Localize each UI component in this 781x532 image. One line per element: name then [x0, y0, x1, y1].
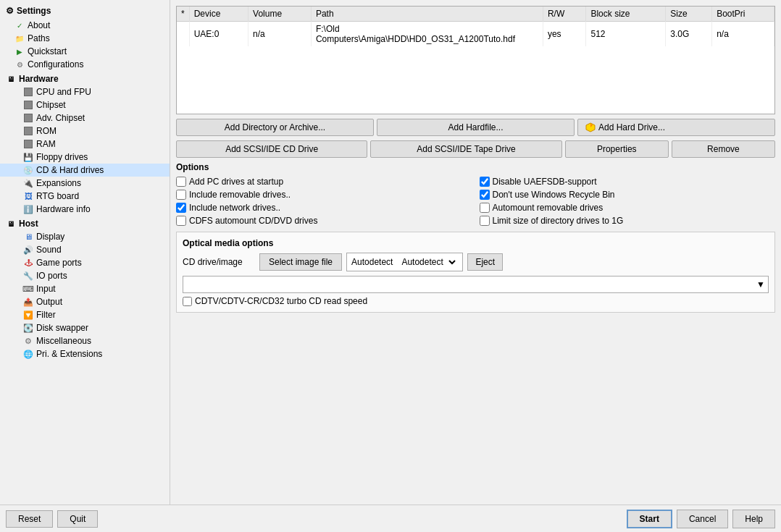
sidebar-item-label-quickstart: Quickstart [28, 46, 67, 56]
checkbox-add-pc-drives[interactable] [176, 177, 186, 187]
sidebar-item-expansions[interactable]: 🔌Expansions [0, 177, 170, 190]
add-directory-btn[interactable]: Add Directory or Archive... [176, 119, 374, 136]
sidebar-item-configurations[interactable]: ⚙Configurations [0, 58, 170, 71]
cd-dropdown-arrow: ▼ [756, 279, 765, 290]
cd-row: CD drive/image Select image file Autodet… [183, 253, 769, 271]
sidebar-item-hw-info[interactable]: ℹ️Hardware info [0, 203, 170, 216]
display-icon: 🖥 [23, 232, 33, 242]
sidebar-item-label-filter: Filter [36, 310, 56, 320]
sidebar-item-rtg[interactable]: 🖼RTG board [0, 190, 170, 203]
checkbox-limit-size[interactable] [480, 216, 490, 226]
sidebar-item-io-ports[interactable]: 🔧IO ports [0, 269, 170, 282]
col-volume: Volume [248, 7, 312, 22]
help-button[interactable]: Help [732, 510, 775, 528]
turbo-checkbox[interactable] [183, 297, 192, 306]
sidebar-item-ram[interactable]: RAM [0, 138, 170, 151]
checkbox-disable-uaefsdb[interactable] [480, 177, 490, 187]
sidebar-item-game-ports[interactable]: 🕹Game ports [0, 256, 170, 269]
sidebar-item-label-misc: Miscellaneous [36, 336, 91, 346]
cd-path-dropdown[interactable]: ▼ [183, 276, 769, 293]
select-image-btn[interactable]: Select image file [259, 253, 342, 271]
drives-table-container: * Device Volume Path R/W Block size Size… [176, 6, 775, 114]
sidebar-item-sound[interactable]: 🔊Sound [0, 243, 170, 256]
cell-path: F:\Old Computers\Amiga\HDD\HD0_OS31_A120… [311, 22, 543, 47]
sidebar-item-output[interactable]: 📤Output [0, 295, 170, 308]
hardware-icon: 🖥 [6, 74, 16, 84]
sidebar-item-label-adv-chipset: Adv. Chipset [36, 113, 85, 123]
sidebar-item-label-sound: Sound [36, 245, 62, 255]
sidebar-item-label-pri-ext: Pri. & Extensions [36, 349, 102, 359]
sidebar-item-filter[interactable]: 🔽Filter [0, 308, 170, 321]
sidebar-item-quickstart[interactable]: ▶Quickstart [0, 45, 170, 58]
add-scsi-tape-btn[interactable]: Add SCSI/IDE Tape Drive [370, 140, 561, 158]
cd-hard-icon: 💿 [23, 165, 33, 175]
sidebar-item-cd-hard[interactable]: 💿CD & Hard drives [0, 164, 170, 177]
table-row[interactable]: UAE:0 n/a F:\Old Computers\Amiga\HDD\HD0… [177, 22, 774, 47]
col-size: Size [666, 7, 712, 22]
autodetect-label: Autodetect [351, 257, 393, 267]
reset-button[interactable]: Reset [6, 510, 53, 528]
bottom-bar: Reset Quit Start Cancel Help [0, 504, 781, 532]
sidebar-item-misc[interactable]: ⚙Miscellaneous [0, 334, 170, 347]
sidebar-item-label-chipset: Chipset [36, 100, 66, 110]
optical-section: Optical media options CD drive/image Sel… [176, 232, 775, 313]
checkbox-no-recycle[interactable] [480, 190, 490, 200]
eject-btn[interactable]: Eject [467, 253, 503, 271]
drives-table: * Device Volume Path R/W Block size Size… [177, 7, 774, 46]
checkbox-cdfs-automount[interactable] [176, 216, 186, 226]
sidebar-header: ⚙ Settings [0, 3, 170, 19]
sidebar-section-host: 🖥Host [0, 216, 170, 230]
sidebar-item-pri-ext[interactable]: 🌐Pri. & Extensions [0, 347, 170, 360]
disk-swapper-icon: 💽 [23, 323, 33, 333]
cell-rw: yes [543, 22, 586, 47]
quit-button[interactable]: Quit [57, 510, 98, 528]
checkbox-include-removable[interactable] [176, 190, 186, 200]
sidebar-item-adv-chipset[interactable]: Adv. Chipset [0, 111, 170, 124]
options-title: Options [176, 162, 775, 172]
cancel-button[interactable]: Cancel [677, 510, 728, 528]
col-blocksize: Block size [586, 7, 666, 22]
checkbox-include-network[interactable] [176, 203, 186, 213]
sidebar-item-floppy[interactable]: 💾Floppy drives [0, 151, 170, 164]
sidebar-section-label: Hardware [19, 74, 59, 84]
cell-bootpri: n/a [712, 22, 774, 47]
label-no-recycle: Don't use Windows Recycle Bin [493, 190, 615, 200]
sidebar-item-label-about: About [28, 20, 50, 30]
sidebar-item-disk-swapper[interactable]: 💽Disk swapper [0, 321, 170, 334]
sidebar-item-about[interactable]: ✓About [0, 19, 170, 32]
floppy-icon: 💾 [23, 152, 33, 162]
col-rw: R/W [543, 7, 586, 22]
sidebar-item-display[interactable]: 🖥Display [0, 230, 170, 243]
label-automount-removable: Automount removable drives [493, 203, 604, 213]
properties-btn[interactable]: Properties [565, 140, 669, 158]
pri-ext-icon: 🌐 [23, 349, 33, 359]
quickstart-icon: ▶ [14, 46, 25, 56]
label-disable-uaefsdb: Disable UAEFSDB-support [493, 177, 597, 187]
start-button[interactable]: Start [627, 510, 672, 528]
sidebar-item-paths[interactable]: 📁Paths [0, 32, 170, 45]
remove-btn[interactable]: Remove [672, 140, 775, 158]
sidebar-item-cpu[interactable]: CPU and FPU [0, 85, 170, 98]
col-bootpri: BootPri [712, 7, 774, 22]
sidebar-item-label-floppy: Floppy drives [36, 152, 88, 162]
add-scsi-cd-btn[interactable]: Add SCSI/IDE CD Drive [176, 140, 367, 158]
sidebar-item-rom[interactable]: ROM [0, 124, 170, 138]
sidebar-item-label-paths: Paths [28, 33, 50, 43]
turbo-option: CDTV/CDTV-CR/CD32 turbo CD read speed [183, 296, 769, 306]
add-hard-drive-btn[interactable]: Add Hard Drive... [577, 119, 775, 136]
add-hardfile-btn[interactable]: Add Hardfile... [377, 119, 575, 136]
sidebar: ⚙ Settings ✓About📁Paths▶Quickstart⚙Confi… [0, 0, 170, 504]
sidebar-item-label-ram: RAM [36, 139, 56, 149]
autodetect-dropdown[interactable]: Autodetect Autodetect [346, 253, 463, 271]
cd-label: CD drive/image [183, 257, 255, 267]
turbo-label: CDTV/CDTV-CR/CD32 turbo CD read speed [195, 296, 367, 306]
sidebar-item-label-io-ports: IO ports [36, 271, 67, 281]
sidebar-item-chipset[interactable]: Chipset [0, 98, 170, 111]
io-ports-icon: 🔧 [23, 271, 33, 281]
sidebar-item-input[interactable]: ⌨Input [0, 282, 170, 295]
checkbox-automount-removable[interactable] [480, 203, 490, 213]
autodetect-select[interactable]: Autodetect [396, 255, 458, 269]
sidebar-section-label: Host [19, 219, 38, 229]
sidebar-title: Settings [17, 6, 51, 16]
content-area: * Device Volume Path R/W Block size Size… [170, 0, 781, 504]
